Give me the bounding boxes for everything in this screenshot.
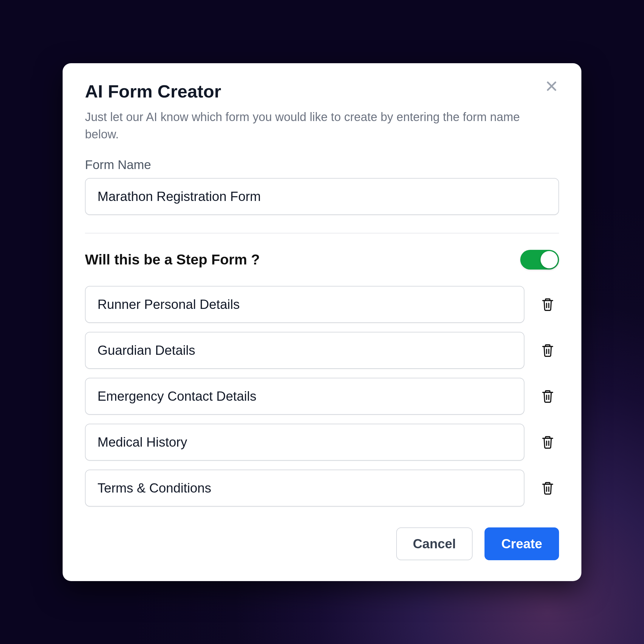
form-name-input[interactable] xyxy=(85,178,559,215)
delete-step-button[interactable] xyxy=(539,296,556,313)
trash-icon xyxy=(541,435,554,449)
form-name-field: Form Name xyxy=(85,158,559,215)
delete-step-button[interactable] xyxy=(539,388,556,405)
delete-step-button[interactable] xyxy=(539,480,556,496)
close-icon xyxy=(545,80,558,93)
close-button[interactable] xyxy=(541,76,562,97)
cancel-button-label: Cancel xyxy=(413,536,456,551)
delete-step-button[interactable] xyxy=(539,342,556,359)
step-list xyxy=(85,286,559,507)
step-name-input[interactable] xyxy=(85,286,524,323)
trash-icon xyxy=(541,297,554,312)
step-item xyxy=(85,470,559,507)
step-item xyxy=(85,332,559,369)
step-form-question: Will this be a Step Form ? xyxy=(85,251,260,268)
delete-step-button[interactable] xyxy=(539,434,556,451)
step-name-input[interactable] xyxy=(85,470,524,507)
ai-form-creator-modal: AI Form Creator Just let our AI know whi… xyxy=(63,63,581,581)
toggle-knob xyxy=(541,251,558,268)
modal-header: AI Form Creator Just let our AI know whi… xyxy=(85,81,559,143)
modal-footer: Cancel Create xyxy=(85,527,559,560)
step-name-input[interactable] xyxy=(85,332,524,369)
step-name-input[interactable] xyxy=(85,424,524,461)
cancel-button[interactable]: Cancel xyxy=(396,527,473,560)
step-item xyxy=(85,424,559,461)
step-form-toggle[interactable] xyxy=(520,250,559,270)
divider xyxy=(85,233,559,233)
form-name-label: Form Name xyxy=(85,158,559,172)
modal-subtitle: Just let our AI know which form you woul… xyxy=(85,108,550,143)
step-item xyxy=(85,286,559,323)
step-form-toggle-row: Will this be a Step Form ? xyxy=(85,250,559,270)
step-item xyxy=(85,378,559,415)
trash-icon xyxy=(541,343,554,357)
trash-icon xyxy=(541,389,554,403)
modal-title: AI Form Creator xyxy=(85,81,559,102)
step-name-input[interactable] xyxy=(85,378,524,415)
trash-icon xyxy=(541,481,554,495)
create-button-label: Create xyxy=(501,536,542,551)
create-button[interactable]: Create xyxy=(484,527,559,560)
